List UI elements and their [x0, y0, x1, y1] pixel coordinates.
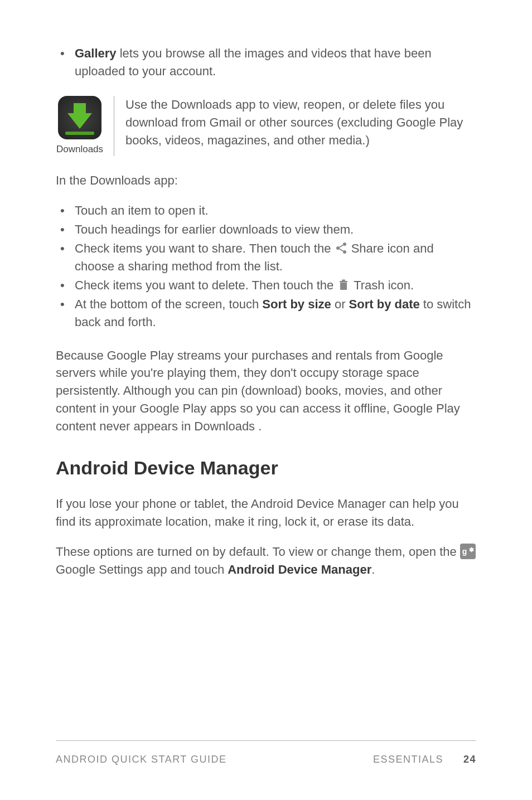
svg-rect-7 — [342, 280, 345, 282]
svg-point-2 — [343, 250, 346, 254]
list-text: At the bottom of the screen, touch — [75, 297, 262, 311]
list-text: Touch headings for earlier downloads to … — [75, 222, 354, 236]
share-icon — [335, 241, 348, 255]
google-settings-icon: g — [460, 544, 476, 559]
list-text: Touch an item to open it. — [75, 203, 209, 217]
downloads-app-icon — [58, 96, 101, 139]
para4-text-a: These options are turned on by default. … — [56, 545, 460, 559]
page-footer: ANDROID QUICK START GUIDE ESSENTIALS 24 — [56, 740, 476, 767]
sort-by-size-label: Sort by size — [262, 297, 331, 311]
svg-point-1 — [336, 246, 340, 250]
footer-section-name: ESSENTIALS — [373, 752, 443, 767]
downloads-callout: Downloads Use the Downloads app to view,… — [56, 96, 476, 157]
intro-bullet-text: lets you browse all the images and video… — [75, 46, 432, 78]
list-item: Check items you want to share. Then touc… — [56, 240, 476, 275]
section-heading-adm: Android Device Manager — [56, 454, 476, 482]
list-text: Check items you want to share. Then touc… — [75, 241, 335, 255]
para-in-downloads: In the Downloads app: — [56, 172, 476, 190]
trash-icon — [337, 278, 350, 292]
list-text: Trash icon. — [350, 278, 414, 292]
list-item: Touch headings for earlier downloads to … — [56, 221, 476, 239]
svg-line-3 — [339, 245, 343, 248]
list-item: At the bottom of the screen, touch Sort … — [56, 295, 476, 331]
downloads-icon-label: Downloads — [56, 143, 104, 157]
downloads-instructions-list: Touch an item to open it. Touch headings… — [56, 202, 476, 331]
para-adm-options: These options are turned on by default. … — [56, 543, 476, 579]
para4-text-c: . — [371, 563, 375, 576]
para-adm-intro: If you lose your phone or tablet, the An… — [56, 495, 476, 531]
callout-text: Use the Downloads app to view, reopen, o… — [125, 96, 476, 149]
svg-point-0 — [343, 243, 346, 246]
intro-bullet-list: Gallery lets you browse all the images a… — [56, 45, 476, 80]
list-item: Check items you want to delete. Then tou… — [56, 277, 476, 294]
para4-text-b: Google Settings app and touch — [56, 563, 228, 576]
list-text: Check items you want to delete. Then tou… — [75, 278, 337, 292]
footer-guide-title: ANDROID QUICK START GUIDE — [56, 752, 227, 767]
downloads-icon-wrap: Downloads — [56, 96, 114, 157]
list-item: Touch an item to open it. — [56, 202, 476, 220]
list-text: or — [331, 297, 349, 311]
para-google-play: Because Google Play streams your purchas… — [56, 347, 476, 435]
list-item: Gallery lets you browse all the images a… — [56, 45, 476, 80]
adm-label: Android Device Manager — [228, 563, 371, 576]
svg-line-4 — [339, 249, 343, 251]
page-number: 24 — [463, 752, 476, 767]
svg-rect-5 — [340, 283, 347, 290]
gallery-label: Gallery — [75, 46, 117, 60]
svg-rect-6 — [340, 281, 347, 283]
sort-by-date-label: Sort by date — [349, 297, 420, 311]
